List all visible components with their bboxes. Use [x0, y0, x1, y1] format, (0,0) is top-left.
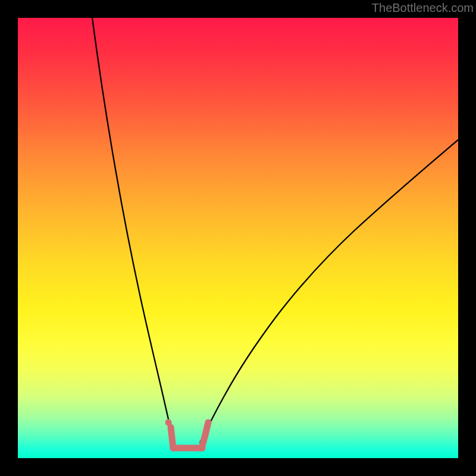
curve-right-branch [200, 140, 458, 443]
outer-frame: TheBottleneck.com [0, 0, 476, 476]
curve-left-branch [92, 18, 174, 443]
plot-area [18, 18, 458, 458]
marker-right-thick [202, 422, 208, 448]
watermark-label: TheBottleneck.com [372, 1, 474, 15]
curve-layer [18, 18, 458, 458]
